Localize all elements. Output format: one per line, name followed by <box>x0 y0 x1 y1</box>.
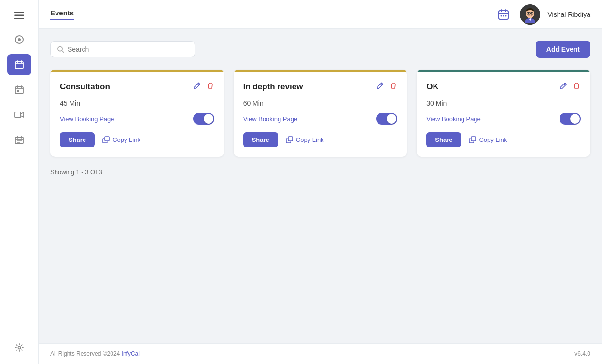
card-header-row: Consultation <box>60 82 214 92</box>
card-header-row: In depth review <box>243 82 398 92</box>
toggle-switch[interactable] <box>376 113 397 125</box>
event-card: In depth review <box>234 70 407 157</box>
footer: All Rights Reserved ©2024 InfyCal v6.4.0 <box>39 343 602 364</box>
svg-line-42 <box>564 84 565 85</box>
delete-icon[interactable] <box>573 82 581 92</box>
svg-rect-13 <box>17 90 19 92</box>
copy-link-icon <box>102 136 110 143</box>
delete-icon[interactable] <box>389 82 397 92</box>
share-button[interactable]: Share <box>243 132 278 147</box>
view-booking-link[interactable]: View Booking Page <box>60 115 114 123</box>
event-card: OK <box>417 70 590 157</box>
footer-version: v6.4.0 <box>574 350 590 357</box>
card-header-row: OK <box>426 82 581 92</box>
svg-rect-2 <box>14 18 24 19</box>
page-title: Events <box>50 9 74 20</box>
svg-rect-43 <box>471 137 476 141</box>
search-icon <box>57 46 64 53</box>
svg-point-4 <box>18 38 21 41</box>
svg-point-26 <box>503 15 504 16</box>
topbar-username: Vishal Ribdiya <box>548 11 590 18</box>
sidebar <box>0 0 39 364</box>
card-footer: Share Copy Link <box>426 132 581 147</box>
toggle-knob <box>570 114 580 124</box>
showing-text: Showing 1 - 3 Of 3 <box>50 168 590 176</box>
main-area: Events <box>39 0 602 364</box>
toggle-knob <box>204 114 213 124</box>
footer-brand-link[interactable]: InfyCal <box>122 350 140 357</box>
toggle-switch[interactable] <box>193 113 214 125</box>
share-button[interactable]: Share <box>426 132 461 147</box>
card-booking-row: View Booking Page <box>60 113 214 125</box>
svg-rect-15 <box>15 137 23 144</box>
content-area: Add Event Consultation <box>39 29 602 343</box>
toggle-switch[interactable] <box>560 113 581 125</box>
delete-icon[interactable] <box>206 82 214 92</box>
copy-link-icon <box>469 136 476 143</box>
svg-point-28 <box>505 15 506 16</box>
card-booking-row: View Booking Page <box>426 113 581 125</box>
svg-rect-14 <box>15 112 21 118</box>
sidebar-item-calendar[interactable] <box>7 54 31 75</box>
sidebar-item-single-event[interactable] <box>7 79 31 100</box>
footer-copyright: All Rights Reserved ©2024 InfyCal <box>50 350 140 357</box>
svg-line-38 <box>197 84 199 85</box>
svg-line-37 <box>62 51 63 52</box>
card-booking-row: View Booking Page <box>243 113 398 125</box>
edit-icon[interactable] <box>193 82 201 92</box>
svg-point-27 <box>500 15 502 16</box>
search-input[interactable] <box>68 45 188 53</box>
card-duration: 45 Min <box>60 99 214 107</box>
topbar-calendar-icon[interactable] <box>495 6 512 23</box>
card-title: OK <box>426 82 439 92</box>
svg-line-40 <box>380 84 382 85</box>
card-actions <box>376 82 397 92</box>
svg-point-32 <box>531 13 532 14</box>
sidebar-item-video[interactable] <box>7 104 31 126</box>
sidebar-item-schedule[interactable] <box>7 129 31 151</box>
toggle-knob <box>387 114 396 124</box>
svg-rect-39 <box>105 137 109 141</box>
card-actions <box>193 82 214 92</box>
copy-link-button[interactable]: Copy Link <box>469 136 507 143</box>
svg-rect-1 <box>14 15 24 16</box>
card-title: In depth review <box>243 82 303 92</box>
svg-rect-0 <box>14 12 24 13</box>
event-card: Consultation <box>50 70 224 157</box>
copy-link-icon <box>286 136 293 143</box>
card-title: Consultation <box>60 82 110 92</box>
search-box[interactable] <box>50 41 195 57</box>
card-footer: Share Copy Link <box>243 132 398 147</box>
edit-icon[interactable] <box>560 82 568 92</box>
svg-rect-41 <box>288 137 293 141</box>
card-actions <box>560 82 581 92</box>
card-body: OK <box>417 72 590 157</box>
copy-link-button[interactable]: Copy Link <box>102 136 140 143</box>
card-body: In depth review <box>234 72 407 157</box>
card-body: Consultation <box>50 72 224 157</box>
edit-icon[interactable] <box>376 82 384 92</box>
copy-link-button[interactable]: Copy Link <box>286 136 324 143</box>
svg-rect-5 <box>15 62 23 69</box>
view-booking-link[interactable]: View Booking Page <box>426 115 481 123</box>
events-grid: Consultation <box>50 70 590 157</box>
avatar[interactable] <box>520 4 540 25</box>
svg-rect-9 <box>15 87 23 94</box>
svg-point-21 <box>18 347 20 349</box>
topbar: Events <box>39 0 602 29</box>
card-duration: 30 Min <box>426 99 581 107</box>
sidebar-item-dot[interactable] <box>7 29 31 50</box>
card-footer: Share Copy Link <box>60 132 214 147</box>
content-header: Add Event <box>50 41 590 58</box>
add-event-button[interactable]: Add Event <box>536 41 590 58</box>
view-booking-link[interactable]: View Booking Page <box>243 115 298 123</box>
card-duration: 60 Min <box>243 99 398 107</box>
hamburger-menu-icon[interactable] <box>10 6 29 25</box>
sidebar-item-settings[interactable] <box>7 337 31 358</box>
svg-point-31 <box>528 13 529 14</box>
share-button[interactable]: Share <box>60 132 95 147</box>
svg-rect-22 <box>499 11 508 19</box>
